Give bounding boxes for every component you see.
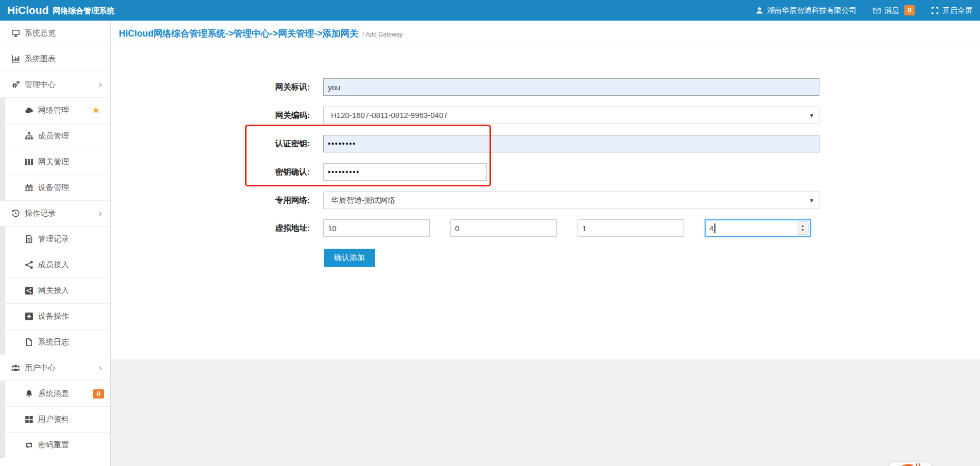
confirm-add-button[interactable]: 确认添加 (324, 249, 375, 267)
share-icon (25, 261, 33, 269)
sidebar-item[interactable]: 管理记录 (0, 227, 110, 252)
private-network-select[interactable]: 华辰智通-测试网络 ▼ (323, 192, 819, 209)
user-icon (756, 7, 763, 14)
auth-key-input[interactable] (323, 135, 819, 152)
sidebar-item-label: 设备管理 (38, 183, 69, 193)
app-logo: HiCloud 网络综合管理系统 (0, 4, 114, 16)
fullscreen-button[interactable]: 开启全屏 (931, 6, 972, 15)
sidebar-item[interactable]: 用户中心› (0, 355, 110, 381)
sitemap-icon (25, 132, 33, 141)
file-text-icon (25, 235, 33, 244)
virtual-address-octet-4-wrap: ▲ ▼ (705, 219, 811, 237)
sidebar-item-label: 系统日志 (38, 337, 69, 347)
cloud-icon (25, 106, 33, 115)
sidebar-item-label: 密码重置 (38, 440, 69, 450)
sidebar-item-label: 成员管理 (38, 131, 69, 141)
gateway-id-input[interactable] (323, 78, 819, 96)
sidebar-item[interactable]: 系统消息0 (0, 381, 110, 407)
gears-icon (11, 80, 20, 89)
sidebar-item[interactable]: 成员接入 (0, 252, 110, 278)
sidebar-item[interactable]: 管理中心› (0, 72, 110, 98)
sidebar-item-label: 网络管理 (38, 106, 69, 115)
sidebar-item[interactable]: 系统图表 (0, 46, 110, 72)
virtual-address-octet-1[interactable] (323, 219, 430, 237)
sidebar-item-label: 系统图表 (25, 54, 56, 64)
sidebar-badge: 0 (93, 389, 104, 399)
chevron-right-icon: › (99, 78, 102, 90)
caret-down-icon: ▼ (809, 192, 814, 209)
sidebar-item-label: 系统消息 (38, 389, 69, 399)
gateway-id-label: 网关标识: (221, 78, 310, 96)
messages-menu[interactable]: 消息 0 (873, 5, 915, 15)
sidebar-item-label: 成员接入 (38, 260, 69, 270)
sidebar-item[interactable]: 成员管理 (0, 124, 110, 149)
key-confirm-input[interactable] (323, 163, 487, 181)
chevron-right-icon: › (99, 361, 102, 373)
th-large-icon (25, 415, 33, 424)
sidebar-item-label: 操作记录 (25, 209, 56, 218)
sidebar-item-label: 管理中心 (25, 80, 56, 90)
auth-key-label: 认证密钥: (221, 135, 310, 152)
messages-label: 消息 (884, 6, 899, 15)
form-row-gateway-code: 网关编码: H120-1607-0811-0812-9963-0407 ▼ (111, 107, 980, 124)
private-network-label: 专用网络: (221, 192, 310, 209)
envelope-icon (873, 7, 881, 14)
sidebar-item-label: 网关接入 (38, 286, 69, 296)
sidebar-item[interactable]: 设备管理 (0, 175, 110, 201)
topbar-right: 湖南华辰智通科技有限公司 消息 0 开启全屏 (756, 5, 980, 15)
gateway-code-value: H120-1607-0811-0812-9963-0407 (331, 111, 448, 119)
sidebar-item[interactable]: 用户资料 (0, 407, 110, 433)
sidebar-item-label: 管理记录 (38, 234, 69, 244)
sidebar-item[interactable]: 网关管理 (0, 149, 110, 175)
sidebar-item[interactable]: 网关接入 (0, 278, 110, 304)
virtual-address-octet-2[interactable] (450, 219, 557, 237)
sidebar-item-label: 设备操作 (38, 312, 69, 321)
chevron-right-icon: › (99, 207, 102, 218)
bell-icon (25, 389, 33, 398)
sidebar-item[interactable]: 系统总览 (0, 21, 110, 46)
retweet-icon (25, 441, 33, 450)
form-row-private-network: 专用网络: 华辰智通-测试网络 ▼ (111, 192, 980, 209)
text-cursor (714, 223, 715, 233)
spinner-down-icon[interactable]: ▼ (801, 228, 804, 232)
virtual-address-octet-3[interactable] (577, 219, 684, 237)
sidebar-item[interactable]: 网络管理★ (0, 98, 110, 124)
history-icon (11, 209, 20, 218)
company-menu[interactable]: 湖南华辰智通科技有限公司 (756, 6, 856, 15)
page-background (111, 359, 980, 466)
number-spinner[interactable]: ▲ ▼ (797, 221, 809, 235)
share-square-icon (25, 286, 33, 295)
sidebar-item[interactable]: 设备操作 (0, 304, 110, 330)
caret-down-icon: ▼ (809, 107, 814, 124)
th-icon (25, 158, 33, 166)
calendar-icon (25, 183, 33, 192)
private-network-value: 华辰智通-测试网络 (331, 196, 395, 204)
star-icon: ★ (92, 105, 100, 116)
company-name: 湖南华辰智通科技有限公司 (767, 6, 856, 15)
users-icon (11, 364, 20, 372)
sidebar-item-label: 用户中心 (25, 363, 56, 373)
key-confirm-label: 密钥确认: (221, 163, 310, 181)
sidebar-item[interactable]: 密码重置 (0, 433, 110, 458)
sidebar-item[interactable]: 操作记录› (0, 201, 110, 227)
fullscreen-icon (931, 7, 939, 14)
topbar: HiCloud 网络综合管理系统 湖南华辰智通科技有限公司 消息 0 开启全屏 (0, 0, 980, 21)
form-row-virtual-address: 虚拟地址: ▲ ▼ (111, 219, 980, 237)
breadcrumb-suffix: / Add Gateway (362, 29, 402, 38)
sidebar-item-label: 系统总览 (25, 28, 56, 38)
spinner-up-icon[interactable]: ▲ (801, 224, 804, 228)
gateway-code-select[interactable]: H120-1607-0811-0812-9963-0407 ▼ (323, 107, 819, 124)
sidebar-item[interactable]: 系统日志 (0, 330, 110, 355)
file-icon (25, 338, 33, 347)
floating-widget[interactable] (889, 462, 932, 466)
breadcrumb: HiCloud网络综合管理系统->管理中心->网关管理->添加网关 / Add … (111, 21, 980, 46)
virtual-address-label: 虚拟地址: (221, 219, 310, 237)
form-row-key-confirm: 密钥确认: (111, 163, 980, 181)
messages-count-badge: 0 (904, 5, 915, 15)
fullscreen-label: 开启全屏 (942, 6, 972, 15)
virtual-address-octet-4[interactable] (705, 219, 811, 237)
desktop-icon (11, 29, 20, 38)
logo-brand: HiCloud (7, 4, 48, 16)
main-content: HiCloud网络综合管理系统->管理中心->网关管理->添加网关 / Add … (111, 21, 980, 466)
gateway-code-label: 网关编码: (221, 107, 310, 124)
